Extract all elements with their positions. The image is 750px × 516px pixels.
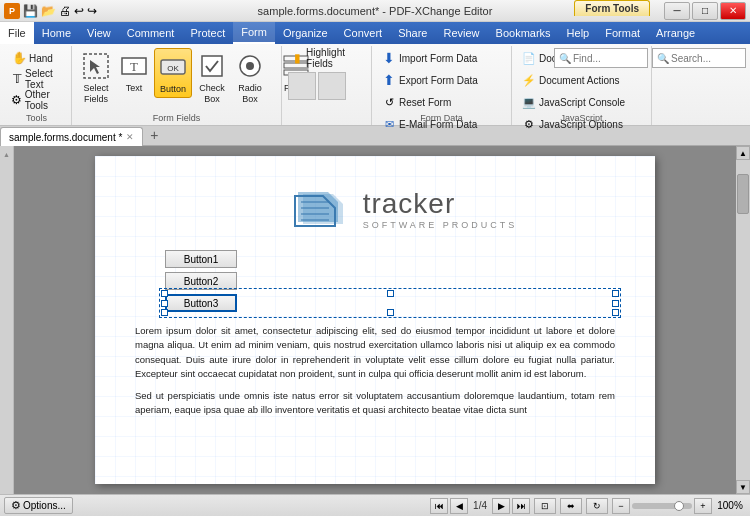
form-tools-tab[interactable]: Form Tools: [574, 0, 650, 16]
ribbon: ✋ Hand 𝕋 Select Text ⚙ Other Tools Tools: [0, 44, 750, 126]
tool-select-text[interactable]: 𝕋 Select Text: [8, 69, 65, 89]
scroll-up-arrow[interactable]: ▲: [736, 146, 750, 160]
checkbox-icon: [196, 50, 228, 82]
tab-close-btn[interactable]: ✕: [126, 132, 134, 142]
menu-view[interactable]: View: [79, 22, 119, 44]
zoom-slider[interactable]: [632, 503, 692, 509]
form-button-2[interactable]: Button2: [165, 272, 237, 290]
button-field-icon: OK: [157, 51, 189, 83]
quickaccess-print[interactable]: 🖨: [59, 4, 71, 18]
vertical-scrollbar[interactable]: ▲ ▼: [736, 146, 750, 494]
import-form-data-btn[interactable]: ⬇ Import Form Data: [378, 48, 480, 68]
menu-organize[interactable]: Organize: [275, 22, 336, 44]
menu-file[interactable]: File: [0, 22, 34, 44]
document-page: tracker SOFTWARE PRODUCTS Button1 Button…: [95, 156, 655, 484]
tool-other[interactable]: ⚙ Other Tools: [8, 90, 65, 110]
reset-form-btn[interactable]: ↺ Reset Form: [378, 92, 454, 112]
handle-tm[interactable]: [387, 290, 394, 297]
minimize-button[interactable]: ─: [664, 2, 690, 20]
other-tools-icon: ⚙: [11, 92, 23, 108]
export-form-data-btn[interactable]: ⬆ Export Form Data: [378, 70, 481, 90]
zoom-thumb[interactable]: [674, 501, 684, 511]
form-button-1[interactable]: Button1: [165, 250, 237, 268]
menu-form[interactable]: Form: [233, 22, 275, 44]
find-input[interactable]: [573, 53, 643, 64]
menu-format[interactable]: Format: [597, 22, 648, 44]
rotate-button[interactable]: ↻: [586, 498, 608, 514]
fit-page-button[interactable]: ⊡: [534, 498, 556, 514]
find-area: 🔍 🔍: [554, 48, 746, 68]
svg-text:T: T: [130, 59, 138, 74]
handle-bm[interactable]: [387, 309, 394, 316]
quickaccess-redo[interactable]: ↪: [87, 4, 97, 18]
next-page-button[interactable]: ▶: [492, 498, 510, 514]
body-para-2: Sed ut perspiciatis unde omnis iste natu…: [135, 389, 615, 418]
handle-tl[interactable]: [161, 290, 168, 297]
text-field-icon: T: [118, 50, 150, 82]
options-icon: ⚙: [11, 499, 21, 512]
menu-convert[interactable]: Convert: [336, 22, 391, 44]
field-text[interactable]: T Text: [116, 48, 152, 96]
menu-share[interactable]: Share: [390, 22, 435, 44]
logo-name: tracker: [363, 188, 518, 220]
tool-hand[interactable]: ✋ Hand: [8, 48, 65, 68]
quickaccess-open[interactable]: 📂: [41, 4, 56, 18]
ribbon-group-formdata: ⬇ Import Form Data ⬆ Export Form Data ↺ …: [372, 46, 512, 125]
zoom-area: − + 100%: [612, 498, 746, 514]
field-checkbox[interactable]: Check Box: [194, 48, 230, 107]
javascript-console-btn[interactable]: 💻 JavaScript Console: [518, 92, 628, 112]
zoom-in-button[interactable]: +: [694, 498, 712, 514]
close-button[interactable]: ✕: [720, 2, 746, 20]
select-text-icon: 𝕋: [11, 71, 23, 87]
search-box[interactable]: 🔍: [652, 48, 746, 68]
title-bar-left: P 💾 📂 🖨 ↩ ↪: [4, 3, 97, 19]
fit-width-button[interactable]: ⬌: [560, 498, 582, 514]
prev-page-button[interactable]: ◀: [450, 498, 468, 514]
maximize-button[interactable]: □: [692, 2, 718, 20]
logo-text: tracker SOFTWARE PRODUCTS: [363, 188, 518, 230]
quickaccess-save[interactable]: 💾: [23, 4, 38, 18]
document-actions-btn[interactable]: ⚡ Document Actions: [518, 70, 623, 90]
field-radio[interactable]: Radio Box: [232, 48, 268, 107]
form-button-3-wrapper: Button3: [165, 294, 615, 312]
highlight-icon: ▮: [291, 50, 304, 66]
js-actions-icon: ⚡: [521, 72, 537, 88]
form-buttons-area: Button1 Button2 Button3: [165, 250, 615, 312]
form-button-3[interactable]: Button3: [165, 294, 237, 312]
menu-help[interactable]: Help: [559, 22, 598, 44]
menu-bookmarks[interactable]: Bookmarks: [488, 22, 559, 44]
export-icon: ⬆: [381, 72, 397, 88]
handle-br[interactable]: [612, 309, 619, 316]
quickaccess-undo[interactable]: ↩: [74, 4, 84, 18]
ribbon-group-fields: Select Fields T Text OK: [72, 46, 282, 125]
menu-comment[interactable]: Comment: [119, 22, 183, 44]
find-box[interactable]: 🔍: [554, 48, 648, 68]
logo-subtitle: SOFTWARE PRODUCTS: [363, 220, 518, 230]
menu-protect[interactable]: Protect: [182, 22, 233, 44]
menu-home[interactable]: Home: [34, 22, 79, 44]
handle-ml[interactable]: [161, 300, 168, 307]
handle-bl[interactable]: [161, 309, 168, 316]
svg-text:OK: OK: [167, 64, 179, 73]
javascript-group-label: JavaScript: [512, 113, 651, 123]
formdata-group-label: Form Data: [372, 113, 511, 123]
field-select[interactable]: Select Fields: [78, 48, 114, 107]
svg-point-8: [246, 62, 254, 70]
handle-mr[interactable]: [612, 300, 619, 307]
zoom-out-button[interactable]: −: [612, 498, 630, 514]
new-tab-button[interactable]: +: [145, 126, 163, 144]
body-para-1: Lorem ipsum dolor sit amet, consectetur …: [135, 324, 615, 381]
highlight-fields-btn[interactable]: ▮ Highlight Fields: [288, 48, 365, 68]
handle-tr[interactable]: [612, 290, 619, 297]
first-page-button[interactable]: ⏮: [430, 498, 448, 514]
field-button[interactable]: OK Button: [154, 48, 192, 98]
last-page-button[interactable]: ⏭: [512, 498, 530, 514]
options-button[interactable]: ⚙ Options...: [4, 497, 73, 514]
menu-arrange[interactable]: Arrange: [648, 22, 703, 44]
scroll-down-arrow[interactable]: ▼: [736, 480, 750, 494]
find-icon: 🔍: [559, 53, 571, 64]
scroll-thumb[interactable]: [737, 174, 749, 214]
search-input[interactable]: [671, 53, 741, 64]
document-tab[interactable]: sample.forms.document * ✕: [0, 127, 143, 146]
menu-review[interactable]: Review: [435, 22, 487, 44]
